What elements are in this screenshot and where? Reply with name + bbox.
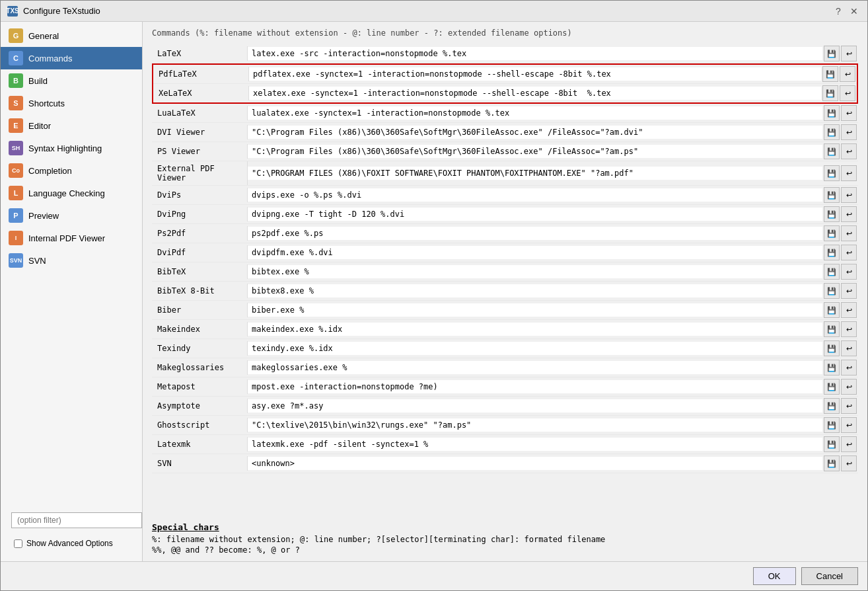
save-btn-ps2pdf[interactable]: 💾 bbox=[824, 225, 840, 241]
save-btn-dvipng[interactable]: 💾 bbox=[824, 206, 840, 222]
sidebar-item-shortcuts[interactable]: S Shortcuts bbox=[1, 92, 142, 114]
reset-btn-texindy[interactable]: ↩ bbox=[841, 340, 857, 356]
command-input-texindy[interactable] bbox=[248, 342, 822, 355]
highlighted-group: PdfLaTeX 💾 ↩ XeLaTeX 💾 bbox=[152, 63, 858, 104]
sidebar-item-syntax[interactable]: SH Syntax Highlighting bbox=[1, 137, 142, 159]
command-input-bibtex8[interactable] bbox=[248, 284, 822, 297]
command-input-metapost[interactable] bbox=[248, 380, 822, 393]
reset-btn-lualatex[interactable]: ↩ bbox=[841, 105, 857, 121]
sidebar-item-editor[interactable]: E Editor bbox=[1, 114, 142, 137]
sidebar-item-build[interactable]: B Build bbox=[1, 69, 142, 92]
save-btn-metapost[interactable]: 💾 bbox=[824, 379, 840, 395]
command-label-xelatex: XeLaTeX bbox=[153, 86, 249, 100]
command-input-dviviewer[interactable] bbox=[248, 126, 822, 139]
sidebar-item-general[interactable]: G General bbox=[1, 24, 142, 47]
reset-btn-makeindex[interactable]: ↩ bbox=[841, 321, 857, 337]
sidebar-item-commands[interactable]: C Commands bbox=[1, 47, 142, 69]
save-btn-latex[interactable]: 💾 bbox=[824, 46, 840, 61]
reset-btn-latexmk[interactable]: ↩ bbox=[841, 436, 857, 452]
reset-btn-dviviewer[interactable]: ↩ bbox=[841, 124, 857, 140]
save-btn-texindy[interactable]: 💾 bbox=[824, 340, 840, 356]
save-btn-dvipdf[interactable]: 💾 bbox=[824, 245, 840, 260]
syntax-icon: SH bbox=[9, 141, 23, 155]
command-row-dvips: DviPs 💾 ↩ bbox=[152, 186, 858, 205]
command-input-svn[interactable] bbox=[248, 457, 822, 470]
reset-btn-ps2pdf[interactable]: ↩ bbox=[841, 225, 857, 241]
command-input-psviewer[interactable] bbox=[248, 145, 822, 158]
cancel-button[interactable]: Cancel bbox=[801, 567, 858, 585]
save-btn-svn[interactable]: 💾 bbox=[824, 455, 840, 471]
reset-btn-psviewer[interactable]: ↩ bbox=[841, 143, 857, 159]
command-input-latex[interactable] bbox=[248, 47, 822, 60]
command-input-asymptote[interactable] bbox=[248, 399, 822, 413]
reset-btn-dvipng[interactable]: ↩ bbox=[841, 206, 857, 222]
command-row-latexmk: Latexmk 💾 ↩ bbox=[152, 435, 858, 454]
reset-btn-bibtex8[interactable]: ↩ bbox=[841, 283, 857, 299]
reset-btn-asymptote[interactable]: ↩ bbox=[841, 398, 857, 414]
sidebar-item-svn[interactable]: SVN SVN bbox=[1, 249, 142, 272]
cmd-btns-bibtex8: 💾 ↩ bbox=[822, 282, 858, 300]
save-btn-lualatex[interactable]: 💾 bbox=[824, 105, 840, 121]
close-button[interactable]: ✕ bbox=[848, 5, 861, 18]
command-row-dvipng: DviPng 💾 ↩ bbox=[152, 205, 858, 224]
save-btn-extpdf[interactable]: 💾 bbox=[824, 165, 840, 181]
save-btn-ghostscript[interactable]: 💾 bbox=[824, 417, 840, 433]
reset-btn-makeglossaries[interactable]: ↩ bbox=[841, 360, 857, 375]
save-btn-dvips[interactable]: 💾 bbox=[824, 187, 840, 203]
command-input-dvipng[interactable] bbox=[248, 208, 822, 221]
save-btn-makeindex[interactable]: 💾 bbox=[824, 321, 840, 337]
sidebar-item-internal[interactable]: I Internal PDF Viewer bbox=[1, 227, 142, 249]
reset-btn-xelatex[interactable]: ↩ bbox=[840, 85, 855, 101]
save-btn-bibtex[interactable]: 💾 bbox=[824, 264, 840, 280]
title-bar-left: TXS Configure TeXstudio bbox=[7, 6, 100, 17]
reset-btn-svn[interactable]: ↩ bbox=[841, 455, 857, 471]
save-btn-makeglossaries[interactable]: 💾 bbox=[824, 360, 840, 375]
sidebar-label-editor: Editor bbox=[28, 121, 51, 131]
command-input-dvipdf[interactable] bbox=[248, 246, 822, 259]
reset-btn-latex[interactable]: ↩ bbox=[841, 46, 857, 61]
command-input-pdflatex[interactable] bbox=[249, 67, 821, 81]
reset-btn-dvips[interactable]: ↩ bbox=[841, 187, 857, 203]
option-filter-input[interactable] bbox=[11, 512, 142, 528]
help-button[interactable]: ? bbox=[832, 5, 845, 18]
command-input-ps2pdf[interactable] bbox=[248, 227, 822, 240]
save-btn-pdflatex[interactable]: 💾 bbox=[822, 66, 838, 82]
reset-btn-ghostscript[interactable]: ↩ bbox=[841, 417, 857, 433]
command-label-bibtex8: BibTeX 8-Bit bbox=[152, 284, 248, 298]
command-input-bibtex[interactable] bbox=[248, 265, 822, 278]
command-input-lualatex[interactable] bbox=[248, 106, 822, 120]
save-btn-psviewer[interactable]: 💾 bbox=[824, 143, 840, 159]
save-btn-asymptote[interactable]: 💾 bbox=[824, 398, 840, 414]
reset-btn-bibtex[interactable]: ↩ bbox=[841, 264, 857, 280]
sidebar-item-completion[interactable]: Co Completion bbox=[1, 159, 142, 182]
reset-btn-pdflatex[interactable]: ↩ bbox=[840, 66, 855, 82]
command-input-extpdf[interactable] bbox=[248, 167, 822, 180]
command-label-dvipdf: DviPdf bbox=[152, 245, 248, 260]
reset-btn-dvipdf[interactable]: ↩ bbox=[841, 245, 857, 260]
show-advanced-checkbox[interactable] bbox=[14, 539, 22, 548]
save-btn-biber[interactable]: 💾 bbox=[824, 302, 840, 318]
save-btn-dviviewer[interactable]: 💾 bbox=[824, 124, 840, 140]
save-btn-latexmk[interactable]: 💾 bbox=[824, 436, 840, 452]
command-input-dvips[interactable] bbox=[248, 188, 822, 202]
command-input-makeindex[interactable] bbox=[248, 323, 822, 336]
reset-btn-extpdf[interactable]: ↩ bbox=[841, 165, 857, 181]
command-input-makeglossaries[interactable] bbox=[248, 361, 822, 374]
save-btn-xelatex[interactable]: 💾 bbox=[822, 85, 838, 101]
command-label-latex: LaTeX bbox=[152, 46, 248, 61]
ok-button[interactable]: OK bbox=[753, 567, 796, 585]
reset-btn-biber[interactable]: ↩ bbox=[841, 302, 857, 318]
save-btn-bibtex8[interactable]: 💾 bbox=[824, 283, 840, 299]
sidebar-item-language[interactable]: L Language Checking bbox=[1, 182, 142, 204]
command-input-latexmk[interactable] bbox=[248, 438, 822, 451]
command-row-makeindex: Makeindex 💾 ↩ bbox=[152, 320, 858, 339]
cmd-btns-ghostscript: 💾 ↩ bbox=[822, 416, 858, 434]
command-input-ghostscript[interactable] bbox=[248, 418, 822, 432]
commands-list[interactable]: LaTeX 💾 ↩ PdfLaTeX 💾 bbox=[152, 44, 858, 516]
command-input-biber[interactable] bbox=[248, 303, 822, 317]
completion-icon: Co bbox=[9, 163, 23, 178]
sidebar-item-preview[interactable]: P Preview bbox=[1, 204, 142, 227]
cmd-btns-asymptote: 💾 ↩ bbox=[822, 397, 858, 415]
reset-btn-metapost[interactable]: ↩ bbox=[841, 379, 857, 395]
command-input-xelatex[interactable] bbox=[249, 87, 821, 100]
